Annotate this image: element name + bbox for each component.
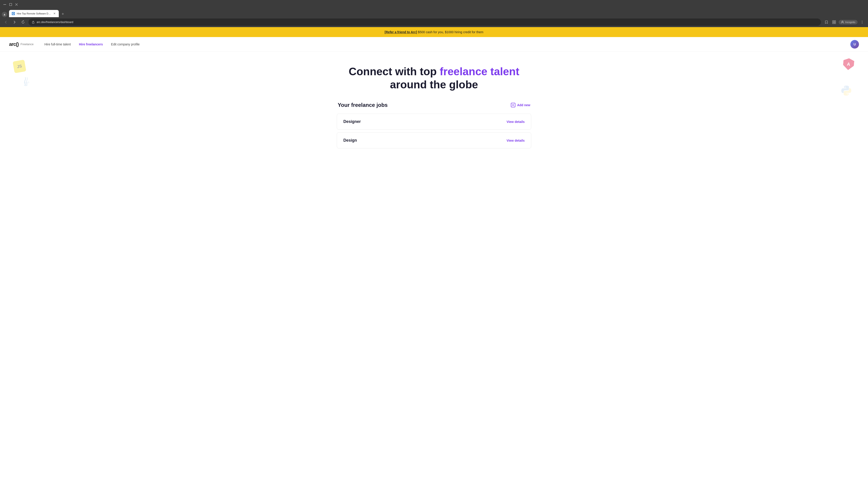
svg-rect-1: [9, 3, 12, 6]
svg-rect-0: [3, 4, 6, 5]
svg-point-14: [862, 22, 863, 23]
tab-close-button[interactable]: ✕: [53, 12, 56, 15]
logo-area[interactable]: arc() Freelance: [9, 41, 34, 47]
svg-point-15: [862, 23, 863, 24]
hero-title-highlight: freelance talent: [440, 66, 519, 77]
svg-marker-4: [4, 13, 5, 15]
svg-text:a: a: [13, 13, 13, 14]
menu-button[interactable]: [859, 19, 865, 25]
forward-button[interactable]: [11, 19, 18, 25]
svg-point-18: [847, 94, 848, 95]
nav-links: Hire full-time talent Hire freelancers E…: [44, 42, 850, 46]
svg-rect-11: [834, 22, 836, 24]
promo-banner: [Refer a friend to Arc] $500 cash for yo…: [0, 27, 868, 37]
add-new-icon: +: [511, 103, 515, 107]
add-new-label: Add new: [517, 103, 530, 107]
nav-edit-company[interactable]: Edit company profile: [111, 42, 140, 46]
close-button[interactable]: [14, 2, 19, 6]
job-name-0: Designer: [343, 119, 361, 124]
tab-bar: a Hire Top Remote Software Dev... ✕ +: [0, 9, 868, 17]
address-bar[interactable]: arc.dev/freelancers/dashboard: [29, 19, 821, 26]
page-content: [Refer a friend to Arc] $500 cash for yo…: [0, 27, 868, 488]
angular-floating-icon: A: [842, 58, 855, 70]
back-button[interactable]: [3, 19, 9, 25]
java-floating-icon: [23, 76, 32, 88]
js-floating-icon: JS: [13, 60, 26, 73]
main-nav: arc() Freelance Hire full-time talent Hi…: [0, 37, 868, 52]
tab-title: Hire Top Remote Software Dev...: [17, 12, 51, 15]
new-tab-button[interactable]: +: [60, 11, 66, 17]
incognito-badge: Incognito: [839, 20, 858, 24]
tab-group-button[interactable]: [2, 12, 7, 17]
job-name-1: Design: [343, 138, 357, 143]
nav-hire-freelancers[interactable]: Hire freelancers: [79, 42, 103, 46]
reload-button[interactable]: [20, 19, 26, 25]
jobs-header: Your freelance jobs + Add new: [337, 102, 531, 108]
address-bar-row: arc.dev/freelancers/dashboard Incognito: [0, 17, 868, 27]
angular-shield: A: [843, 58, 855, 70]
jobs-section: Your freelance jobs + Add new Designer V…: [332, 102, 536, 160]
lock-icon: [32, 21, 35, 24]
address-text: arc.dev/freelancers/dashboard: [37, 21, 818, 24]
svg-point-13: [862, 21, 863, 22]
browser-titlebar: [0, 0, 868, 9]
tab-favicon: a: [12, 12, 15, 15]
nav-hire-fulltime[interactable]: Hire full-time talent: [44, 42, 71, 46]
add-new-button[interactable]: + Add new: [511, 103, 530, 107]
jobs-title: Your freelance jobs: [338, 102, 388, 108]
view-details-1[interactable]: View details: [506, 139, 525, 142]
incognito-label: Incognito: [845, 21, 855, 24]
browser-chrome: a Hire Top Remote Software Dev... ✕ + ar…: [0, 0, 868, 27]
hero-title-end: around the globe: [390, 78, 478, 91]
toolbar-icons: Incognito: [823, 19, 865, 25]
hero-title-start: Connect with top: [349, 66, 440, 77]
hero-section: JS A Connect with top: [0, 52, 868, 102]
job-card-0: Designer View details: [337, 113, 531, 130]
job-card-1: Design View details: [337, 132, 531, 149]
svg-point-16: [24, 84, 28, 86]
extensions-button[interactable]: [831, 19, 837, 25]
logo: arc(): [9, 41, 19, 47]
svg-rect-7: [32, 22, 34, 24]
svg-rect-10: [833, 22, 834, 24]
logo-badge: Freelance: [21, 42, 34, 46]
refer-link[interactable]: [Refer a friend to Arc]: [385, 30, 417, 34]
view-details-0[interactable]: View details: [506, 120, 525, 124]
maximize-button[interactable]: [8, 2, 13, 6]
minimize-button[interactable]: [3, 2, 7, 6]
active-tab[interactable]: a Hire Top Remote Software Dev... ✕: [9, 10, 59, 17]
bookmark-button[interactable]: [823, 19, 830, 25]
svg-point-17: [845, 87, 846, 88]
window-controls: [3, 2, 19, 6]
user-avatar[interactable]: U: [850, 40, 859, 48]
python-floating-icon: [840, 85, 852, 97]
svg-rect-9: [834, 21, 836, 22]
banner-text: $500 cash for you, $1000 hiring credit f…: [417, 30, 483, 34]
nav-right: U: [850, 40, 859, 48]
hero-title: Connect with top freelance talent around…: [9, 65, 859, 91]
svg-rect-8: [833, 21, 834, 22]
